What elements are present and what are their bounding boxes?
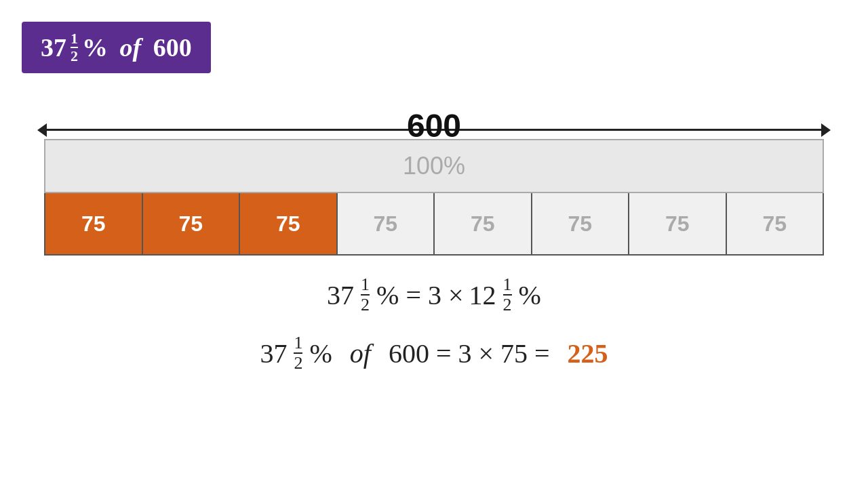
eq2-frac: 12	[294, 334, 302, 372]
eq2-37: 37	[260, 338, 287, 369]
segment-7: 75	[629, 193, 727, 254]
equation-2: 3712% of 600 = 3 × 75 = 225	[260, 334, 608, 372]
segment-3: 75	[240, 193, 338, 254]
segment-1-value: 75	[81, 211, 106, 237]
eq1-12: 12	[469, 279, 496, 311]
segment-2: 75	[143, 193, 241, 254]
hundred-percent-bar: 100%	[44, 139, 824, 193]
segment-5-value: 75	[471, 211, 495, 237]
arrow-line: 600	[44, 129, 824, 131]
segment-1: 75	[45, 193, 143, 254]
title-percent: %	[82, 33, 108, 62]
eq1-37: 37	[327, 279, 354, 311]
eq2-value: 600 = 3 × 75 =	[389, 338, 550, 369]
eq1-pct2: %	[519, 279, 541, 311]
bar-section: 100% 75 75 75 75 75 75 75	[44, 139, 824, 256]
hundred-label: 100%	[403, 152, 465, 180]
title-value: 600	[153, 33, 192, 62]
eq1-frac2: 12	[503, 276, 512, 314]
eq2-pct-of: %	[309, 338, 332, 369]
eq2-of: of	[350, 338, 371, 369]
segment-6-value: 75	[568, 211, 592, 237]
segment-2-value: 75	[178, 211, 203, 237]
eq1-frac1: 12	[361, 276, 370, 314]
title-fraction: 12	[71, 31, 78, 64]
arrow-label: 600	[407, 107, 461, 144]
segments-row: 75 75 75 75 75 75 75 75	[44, 193, 824, 256]
eq2-result: 225	[568, 338, 608, 369]
arrow-row: 600	[44, 129, 824, 131]
segment-6: 75	[532, 193, 630, 254]
segment-8-value: 75	[762, 211, 787, 237]
title-whole: 37	[41, 33, 66, 62]
segment-8: 75	[727, 193, 823, 254]
segment-5: 75	[435, 193, 532, 254]
title-badge: 3712% of 600	[22, 22, 211, 73]
main-container: 3712% of 600 600 100% 75 75 75 75	[0, 0, 868, 488]
segment-4-value: 75	[373, 211, 397, 237]
segment-4: 75	[338, 193, 435, 254]
segment-3-value: 75	[276, 211, 300, 237]
title-of: of	[120, 33, 142, 62]
segment-7-value: 75	[665, 211, 690, 237]
equation-1: 3712% = 3 × 1212%	[327, 276, 541, 314]
equations: 3712% = 3 × 1212% 3712% of 600 = 3 × 75 …	[41, 276, 827, 372]
eq1-pct: % = 3 ×	[376, 279, 463, 311]
